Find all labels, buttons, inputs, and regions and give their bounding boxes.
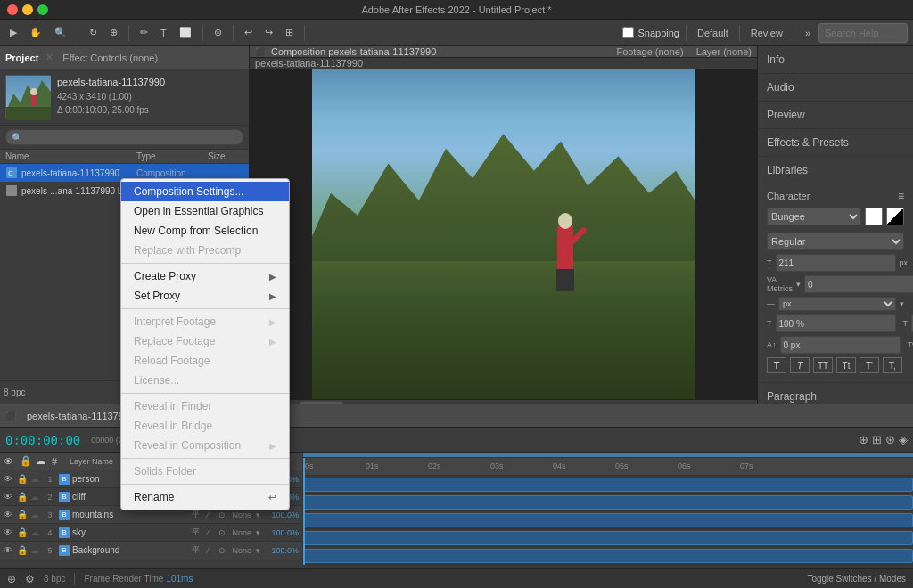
audio-panel-item[interactable]: Audio <box>758 74 913 102</box>
more-workspaces-btn[interactable]: » <box>801 23 815 43</box>
ctx-separator-5 <box>121 484 289 485</box>
col-num: # <box>52 456 66 467</box>
scale-row: T T <box>767 314 904 332</box>
workspace-review-btn[interactable]: Review <box>746 23 787 43</box>
redo-btn[interactable]: ↪ <box>260 23 277 43</box>
text-color-swatch[interactable] <box>865 208 883 225</box>
toggle-switches-label[interactable]: Toggle Switches / Modes <box>807 574 906 584</box>
window-controls[interactable] <box>7 4 48 15</box>
undo-btn[interactable]: ↩ <box>240 23 257 43</box>
scale-h-icon: T <box>767 319 772 328</box>
composition-panel-header: ⬛ Composition pexels-tatiana-11137990 Fo… <box>250 46 757 58</box>
tool-zoom[interactable]: 🔍 <box>50 23 71 43</box>
item-name-text: pexels-tatiana-11137990 <box>21 168 136 178</box>
maximize-button[interactable] <box>37 4 48 15</box>
composition-view[interactable] <box>250 69 757 399</box>
font-size-row: T px ⇔ px <box>767 254 904 272</box>
item-type-text: Composition <box>136 168 208 178</box>
col-lock: 🔒 <box>20 455 32 467</box>
settings-btn[interactable]: ⚙ <box>25 573 35 585</box>
timeline-btn-1[interactable]: ⊕ <box>859 433 868 446</box>
layer-row[interactable]: 👁 🔒 ☁ 5 B Background 平 ∕ ⊙ None ▾ 100.0% <box>0 542 302 559</box>
ctx-arrow-icon: ▶ <box>269 291 276 301</box>
tool-shape[interactable]: ⬜ <box>175 23 196 43</box>
tool-text[interactable]: T <box>156 23 171 43</box>
ruler-mark-3: 03s <box>490 461 504 470</box>
sub-button[interactable]: T, <box>883 357 902 373</box>
layer-num: 2 <box>44 493 56 502</box>
search-help-input[interactable] <box>818 23 908 43</box>
person-head <box>558 213 572 229</box>
item-name-text: pexels-...ana-11137990 L <box>21 186 136 196</box>
project-list-header: Name Type Size <box>0 150 249 164</box>
info-panel-item[interactable]: Info <box>758 46 913 74</box>
font-size-input[interactable] <box>776 254 896 272</box>
tracking-input[interactable] <box>804 275 913 293</box>
font-name-select[interactable]: Bungee <box>767 208 861 225</box>
composition-canvas <box>312 69 695 399</box>
timeline-tracks[interactable]: 0s 01s 02s 03s 04s 05s 06s 07s <box>303 453 913 568</box>
footage-panel-tab[interactable]: Footage (none) <box>616 46 683 57</box>
smallcaps-button[interactable]: Tt <box>836 357 856 373</box>
project-search-input[interactable] <box>5 129 243 145</box>
ruler-mark-4: 04s <box>553 461 566 470</box>
workspace-default-btn[interactable]: Default <box>693 23 733 43</box>
composition-tab[interactable]: Composition pexels-tatiana-11137990 <box>271 46 436 57</box>
project-tab[interactable]: Project <box>5 53 38 63</box>
tool-select[interactable]: ▶ <box>5 23 21 43</box>
timeline-timecode[interactable]: 0:00:00:00 <box>5 433 80 447</box>
layer-panel-tab[interactable]: Layer (none) <box>696 46 752 57</box>
tool-puppet[interactable]: ⊛ <box>210 23 226 43</box>
effects-panel-item[interactable]: Effects & Presets <box>758 129 913 157</box>
effect-controls-tab[interactable]: Effect Controls (none) <box>62 53 158 63</box>
grid-btn[interactable]: ⊞ <box>281 23 298 43</box>
timeline-control-buttons: ⊕ ⊞ ⊛ ◈ <box>859 433 908 446</box>
ctx-separator-2 <box>121 308 289 309</box>
ctx-set-proxy[interactable]: Set Proxy ▶ <box>121 286 289 306</box>
tool-hand[interactable]: ✋ <box>25 23 46 43</box>
font-size-icon: T <box>767 258 772 267</box>
snapping-checkbox[interactable] <box>622 27 634 38</box>
text-stroke-swatch[interactable] <box>886 208 904 225</box>
ctx-rename-shortcut: ↩ <box>268 492 276 503</box>
layer-row[interactable]: 👁 🔒 ☁ 4 B sky 平 ∕ ⊙ None ▾ 100.0% <box>0 524 302 542</box>
unit-select[interactable]: px <box>778 297 896 311</box>
italic-button[interactable]: T <box>790 357 810 373</box>
font-style-select[interactable]: Regular <box>767 233 904 250</box>
ctx-reveal-finder: Reveal in Finder <box>121 396 289 416</box>
tool-camera[interactable]: ⊕ <box>105 23 122 43</box>
title-bar: Adobe After Effects 2022 - Untitled Proj… <box>0 0 913 20</box>
h-scale-input[interactable] <box>776 314 896 332</box>
super-button[interactable]: T' <box>860 357 879 373</box>
timeline-btn-3[interactable]: ⊛ <box>885 433 895 446</box>
preview-panel-item[interactable]: Preview <box>758 102 913 129</box>
allcaps-button[interactable]: TT <box>813 357 833 373</box>
tool-pen[interactable]: ✏ <box>136 23 152 43</box>
person-body <box>557 225 573 274</box>
ctx-replace-with-precomp: Replace with Precomp <box>121 241 289 260</box>
ctx-composition-settings[interactable]: Composition Settings... <box>121 182 289 201</box>
ctx-separator-4 <box>121 458 289 459</box>
minimize-button[interactable] <box>22 4 33 15</box>
libraries-panel-item[interactable]: Libraries <box>758 157 913 184</box>
tool-rotate[interactable]: ↻ <box>85 23 102 43</box>
timeline-btn-2[interactable]: ⊞ <box>872 433 882 446</box>
ctx-open-essential-graphics[interactable]: Open in Essential Graphics <box>121 201 289 221</box>
snapping-label: Snapping <box>637 28 679 38</box>
baseline-input[interactable] <box>780 336 901 354</box>
add-layer-btn[interactable]: ⊕ <box>7 573 16 585</box>
timeline-btn-4[interactable]: ◈ <box>899 433 908 446</box>
ctx-rename[interactable]: Rename ↩ <box>121 487 289 507</box>
svg-rect-2 <box>6 107 51 120</box>
layer-type-icon: B <box>59 527 70 538</box>
ctx-arrow-icon: ▶ <box>269 272 276 282</box>
unit-row: — px ▾ <box>767 297 904 311</box>
ctx-create-proxy[interactable]: Create Proxy ▶ <box>121 266 289 286</box>
layer-name-text: mountains <box>72 510 189 519</box>
render-time-value: 101ms <box>166 574 193 584</box>
layer-stretch: 100.0% <box>263 528 299 537</box>
ctx-new-comp-from-selection[interactable]: New Comp from Selection <box>121 221 289 241</box>
close-button[interactable] <box>7 4 18 15</box>
bpc-status: 8 bpc <box>44 574 65 584</box>
bold-button[interactable]: T <box>767 357 786 373</box>
